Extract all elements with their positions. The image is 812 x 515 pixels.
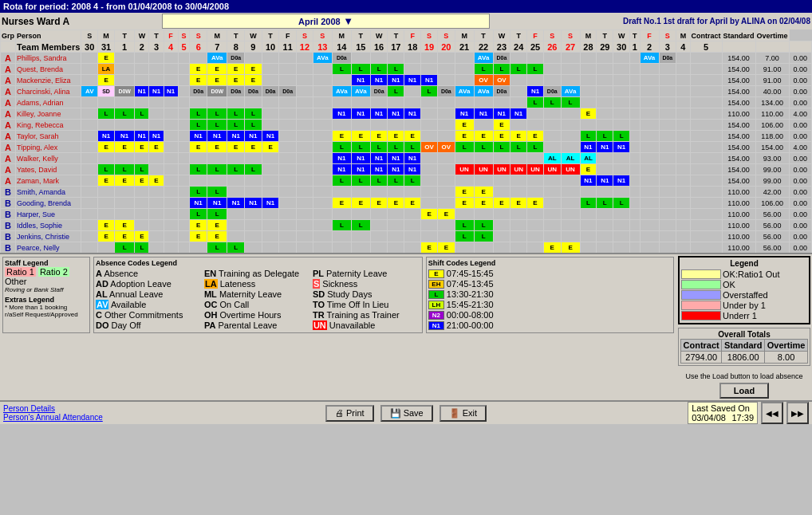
day-cell[interactable] bbox=[279, 187, 297, 198]
day-cell[interactable]: E bbox=[370, 198, 388, 209]
day-cell[interactable] bbox=[640, 220, 659, 231]
day-cell[interactable]: E bbox=[421, 209, 438, 220]
day-cell[interactable] bbox=[313, 142, 332, 153]
day-cell[interactable] bbox=[279, 242, 297, 254]
day-cell[interactable]: AV bbox=[81, 86, 98, 97]
day-cell[interactable] bbox=[690, 53, 722, 64]
day-cell[interactable] bbox=[297, 231, 313, 242]
day-cell[interactable]: L bbox=[510, 64, 527, 75]
day-cell[interactable] bbox=[640, 120, 659, 131]
day-cell[interactable] bbox=[313, 86, 332, 97]
day-cell[interactable] bbox=[437, 164, 455, 175]
day-cell[interactable] bbox=[279, 231, 297, 242]
day-cell[interactable] bbox=[630, 75, 640, 86]
day-cell[interactable]: L bbox=[332, 64, 351, 75]
day-cell[interactable] bbox=[597, 153, 613, 164]
day-cell[interactable] bbox=[474, 120, 493, 131]
day-cell[interactable] bbox=[164, 120, 178, 131]
day-cell[interactable]: L bbox=[114, 242, 134, 254]
day-cell[interactable] bbox=[613, 164, 630, 175]
day-cell[interactable] bbox=[81, 231, 98, 242]
day-cell[interactable] bbox=[279, 97, 297, 108]
day-cell[interactable]: D0W bbox=[207, 86, 227, 97]
day-cell[interactable] bbox=[178, 175, 190, 187]
day-cell[interactable]: E bbox=[98, 75, 115, 86]
day-cell[interactable] bbox=[81, 97, 98, 108]
day-cell[interactable]: L bbox=[207, 209, 227, 220]
day-cell[interactable] bbox=[388, 209, 404, 220]
day-cell[interactable] bbox=[543, 209, 561, 220]
day-cell[interactable] bbox=[597, 75, 613, 86]
day-cell[interactable]: D0W bbox=[114, 86, 134, 97]
day-cell[interactable] bbox=[262, 53, 279, 64]
day-cell[interactable] bbox=[543, 220, 561, 231]
day-cell[interactable]: L bbox=[580, 131, 597, 142]
day-cell[interactable]: N1 bbox=[370, 75, 388, 86]
day-cell[interactable]: N1 bbox=[351, 153, 370, 164]
day-cell[interactable]: L bbox=[613, 198, 630, 209]
day-cell[interactable]: N1 bbox=[149, 131, 164, 142]
day-cell[interactable] bbox=[279, 120, 297, 131]
day-cell[interactable]: L bbox=[580, 198, 597, 209]
day-cell[interactable] bbox=[437, 131, 455, 142]
day-cell[interactable]: L bbox=[135, 242, 149, 254]
day-cell[interactable]: OV bbox=[437, 142, 455, 153]
day-cell[interactable]: N1 bbox=[388, 164, 404, 175]
day-cell[interactable]: N1 bbox=[421, 75, 438, 86]
day-cell[interactable] bbox=[640, 86, 659, 97]
day-cell[interactable] bbox=[370, 231, 388, 242]
day-cell[interactable] bbox=[580, 120, 597, 131]
day-cell[interactable]: L bbox=[135, 164, 149, 175]
day-cell[interactable] bbox=[351, 53, 370, 64]
day-cell[interactable] bbox=[114, 53, 134, 64]
day-cell[interactable] bbox=[510, 231, 527, 242]
day-cell[interactable] bbox=[313, 187, 332, 198]
day-cell[interactable] bbox=[114, 198, 134, 209]
day-cell[interactable] bbox=[279, 142, 297, 153]
day-cell[interactable]: L bbox=[227, 242, 245, 254]
day-cell[interactable] bbox=[81, 220, 98, 231]
day-cell[interactable]: E bbox=[455, 120, 474, 131]
day-cell[interactable] bbox=[613, 242, 630, 254]
day-cell[interactable] bbox=[630, 242, 640, 254]
day-cell[interactable]: L bbox=[245, 108, 262, 120]
day-cell[interactable] bbox=[227, 175, 245, 187]
day-cell[interactable] bbox=[421, 97, 438, 108]
day-cell[interactable] bbox=[493, 97, 510, 108]
day-cell[interactable]: N1 bbox=[190, 198, 207, 209]
day-cell[interactable] bbox=[580, 231, 597, 242]
day-cell[interactable] bbox=[332, 187, 351, 198]
day-cell[interactable] bbox=[455, 209, 474, 220]
day-cell[interactable] bbox=[98, 153, 115, 164]
day-cell[interactable] bbox=[630, 198, 640, 209]
day-cell[interactable]: N1 bbox=[527, 86, 544, 97]
day-cell[interactable]: N1 bbox=[98, 131, 115, 142]
day-cell[interactable] bbox=[149, 187, 164, 198]
person-name-cell[interactable]: Phillips, Sandra bbox=[16, 53, 81, 64]
day-cell[interactable] bbox=[690, 198, 722, 209]
day-cell[interactable]: N1 bbox=[370, 164, 388, 175]
day-cell[interactable]: L bbox=[561, 97, 580, 108]
day-cell[interactable] bbox=[332, 231, 351, 242]
day-cell[interactable] bbox=[149, 209, 164, 220]
next-button[interactable]: ▶▶ bbox=[786, 402, 809, 424]
day-cell[interactable] bbox=[178, 209, 190, 220]
day-cell[interactable] bbox=[561, 108, 580, 120]
day-cell[interactable] bbox=[437, 120, 455, 131]
day-cell[interactable] bbox=[690, 75, 722, 86]
day-cell[interactable] bbox=[561, 75, 580, 86]
day-cell[interactable] bbox=[227, 97, 245, 108]
day-cell[interactable] bbox=[640, 131, 659, 142]
day-cell[interactable] bbox=[510, 75, 527, 86]
day-cell[interactable] bbox=[178, 86, 190, 97]
day-cell[interactable] bbox=[227, 153, 245, 164]
day-cell[interactable]: E bbox=[98, 231, 115, 242]
day-cell[interactable]: L bbox=[388, 142, 404, 153]
day-cell[interactable] bbox=[613, 64, 630, 75]
day-cell[interactable] bbox=[190, 242, 207, 254]
day-cell[interactable] bbox=[527, 242, 544, 254]
day-cell[interactable] bbox=[640, 242, 659, 254]
day-cell[interactable]: E bbox=[543, 242, 561, 254]
day-cell[interactable]: D0a bbox=[190, 86, 207, 97]
day-cell[interactable]: N1 bbox=[135, 131, 149, 142]
